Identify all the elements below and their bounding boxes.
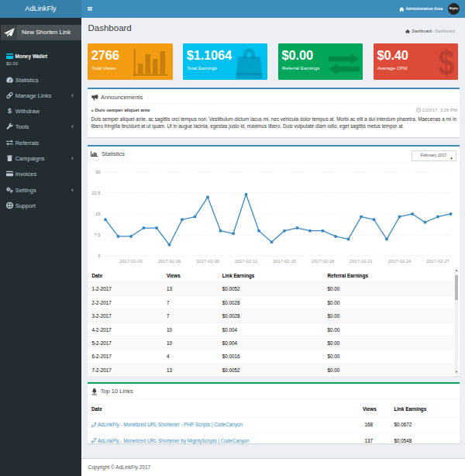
- svg-text:2017-02-09: 2017-02-09: [196, 259, 219, 264]
- svg-text:30: 30: [95, 170, 100, 174]
- svg-text:2017-02-27: 2017-02-27: [426, 259, 450, 264]
- svg-text:2017-02-03: 2017-02-03: [119, 259, 143, 264]
- svg-text:2017-02-24: 2017-02-24: [388, 259, 412, 264]
- svg-text:2017-02-12: 2017-02-12: [235, 259, 258, 264]
- svg-text:2017-02-06: 2017-02-06: [158, 259, 181, 264]
- svg-text:2017-02-15: 2017-02-15: [273, 259, 296, 264]
- svg-text:2017-02-18: 2017-02-18: [312, 259, 335, 264]
- svg-text:0: 0: [98, 254, 100, 258]
- svg-text:15: 15: [95, 212, 100, 216]
- svg-text:7.5: 7.5: [94, 233, 100, 237]
- svg-text:22.5: 22.5: [91, 191, 100, 195]
- svg-text:2017-02-21: 2017-02-21: [350, 259, 373, 264]
